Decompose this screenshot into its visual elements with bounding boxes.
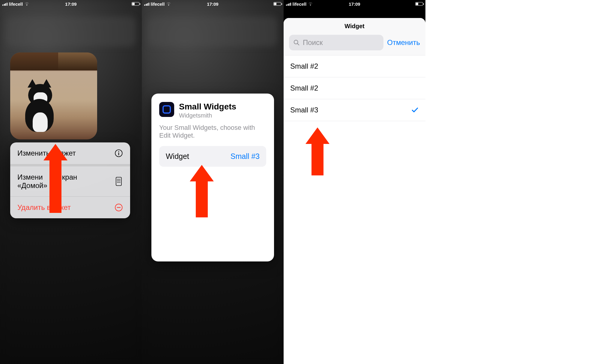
widget-option[interactable]: Small #2	[284, 77, 425, 99]
signal-icon	[144, 2, 149, 6]
minus-circle-icon	[115, 203, 123, 212]
status-bar	[284, 0, 425, 8]
phone-screen-1: lifecell 17:09 Изменить виджет ИзмениXXX…	[0, 0, 142, 364]
photo-widget[interactable]	[10, 52, 97, 139]
search-icon	[293, 39, 300, 46]
card-description: Your Small Widgets, choose with Edit Wid…	[159, 124, 266, 139]
widget-select-row[interactable]: Widget Small #3	[159, 146, 266, 167]
svg-point-8	[118, 181, 119, 181]
option-label: Small #2	[290, 84, 318, 92]
svg-point-6	[120, 179, 121, 180]
page-gutter	[425, 0, 614, 364]
cancel-button[interactable]: Отменить	[387, 38, 420, 47]
svg-point-5	[118, 179, 119, 180]
annotation-arrow	[306, 127, 329, 175]
blurred-app-row	[148, 16, 278, 46]
widget-context-menu: Изменить виджет ИзмениXXXXкран «Домой» У…	[10, 142, 130, 218]
menu-remove-widget[interactable]: Удалить виджет	[10, 197, 130, 218]
checkmark-icon	[411, 106, 419, 114]
svg-rect-2	[118, 153, 119, 155]
sheet-title: Widget	[344, 23, 364, 30]
annotation-arrow	[43, 144, 67, 213]
wifi-icon	[24, 2, 29, 6]
kitten-image	[19, 81, 64, 132]
battery-icon	[132, 2, 139, 6]
widget-picker-sheet: Widget Поиск Отменить Small #2 Small #2 …	[284, 18, 425, 364]
carrier-label: lifecell	[9, 1, 23, 7]
card-app-name: Widgetsmith	[179, 112, 236, 119]
svg-rect-14	[117, 207, 121, 208]
widget-option-list: Small #2 Small #2 Small #3	[284, 55, 425, 121]
search-placeholder: Поиск	[303, 38, 323, 47]
widget-option[interactable]: Small #2	[284, 55, 425, 77]
status-bar: lifecell 17:09	[142, 0, 284, 8]
annotation-arrow	[190, 165, 214, 217]
phone-screen-2: lifecell 17:09 Small Widgets Widgetsmith…	[142, 0, 284, 364]
menu-edit-home[interactable]: ИзмениXXXXкран «Домой»	[10, 166, 130, 197]
sheet-header: Widget	[284, 18, 425, 35]
carrier-label: lifecell	[151, 1, 165, 7]
svg-point-7	[117, 181, 118, 181]
battery-icon	[273, 2, 281, 6]
search-input[interactable]: Поиск	[289, 35, 383, 50]
signal-icon	[2, 2, 7, 6]
svg-point-1	[118, 151, 119, 152]
svg-point-4	[117, 179, 118, 180]
svg-point-12	[120, 182, 121, 183]
row-value: Small #3	[231, 152, 260, 161]
menu-edit-widget[interactable]: Изменить виджет	[10, 142, 130, 166]
svg-point-10	[117, 182, 118, 183]
phone-grid-icon	[115, 177, 123, 186]
svg-line-16	[297, 43, 299, 45]
clock: 17:09	[65, 1, 76, 7]
option-label: Small #3	[290, 106, 318, 114]
card-title: Small Widgets	[179, 102, 236, 112]
widget-option[interactable]: Small #3	[284, 99, 425, 121]
row-label: Widget	[166, 152, 189, 161]
svg-rect-3	[116, 177, 121, 186]
widgetsmith-app-icon	[159, 102, 174, 117]
phone-screen-3: lifecell 17:09 Widget Поиск Отменить Sma…	[284, 0, 425, 364]
option-label: Small #2	[290, 62, 318, 70]
svg-point-9	[120, 181, 121, 181]
blurred-app-row	[6, 16, 136, 46]
svg-point-11	[118, 182, 119, 183]
status-bar: lifecell 17:09	[0, 0, 142, 8]
clock: 17:09	[207, 1, 218, 7]
info-icon	[115, 149, 123, 157]
wifi-icon	[166, 2, 171, 6]
